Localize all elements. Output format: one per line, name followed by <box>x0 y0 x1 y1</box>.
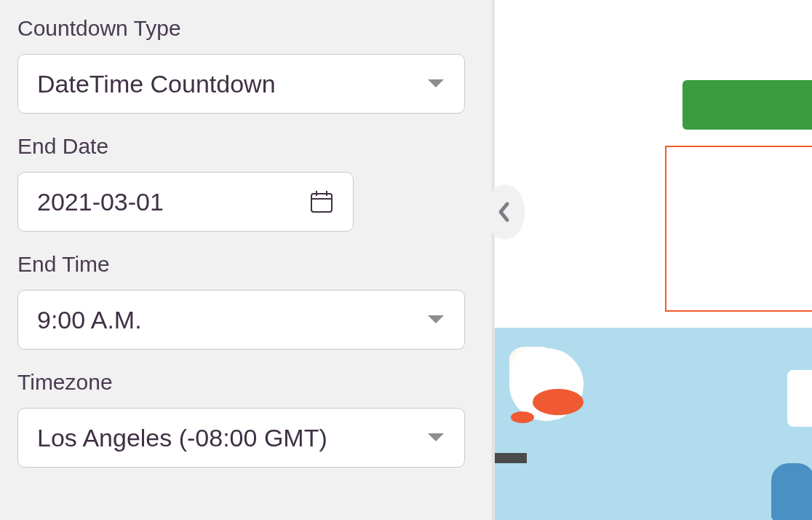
countdown-type-value: DateTime Countdown <box>37 70 276 98</box>
chevron-down-icon <box>426 78 445 90</box>
background-illustration <box>771 463 812 520</box>
timezone-select[interactable]: Los Angeles (-08:00 GMT) <box>17 408 465 468</box>
calendar-icon <box>309 189 334 214</box>
collapse-sidebar-button[interactable] <box>485 185 523 239</box>
preview-canvas <box>495 0 812 520</box>
end-time-value: 9:00 A.M. <box>37 306 142 334</box>
end-date-label: End Date <box>17 134 477 159</box>
svg-rect-0 <box>311 194 332 212</box>
end-time-label: End Time <box>17 252 477 277</box>
chevron-left-icon <box>497 201 512 223</box>
chevron-down-icon <box>426 314 445 326</box>
preview-green-button <box>682 80 812 130</box>
countdown-type-label: Countdown Type <box>17 16 477 41</box>
mascot-illustration <box>495 453 527 463</box>
chevron-down-icon <box>426 432 445 444</box>
end-date-value: 2021-03-01 <box>37 188 164 216</box>
preview-white-card <box>787 370 812 427</box>
settings-sidebar: Countdown Type DateTime Countdown End Da… <box>0 0 495 520</box>
preview-selected-block-outline <box>665 146 812 312</box>
timezone-label: Timezone <box>17 370 477 395</box>
mascot-illustration <box>511 411 534 423</box>
timezone-value: Los Angeles (-08:00 GMT) <box>37 424 327 452</box>
mascot-illustration <box>533 389 584 415</box>
end-time-select[interactable]: 9:00 A.M. <box>17 290 465 350</box>
countdown-type-select[interactable]: DateTime Countdown <box>17 54 465 114</box>
end-date-input[interactable]: 2021-03-01 <box>17 172 354 232</box>
